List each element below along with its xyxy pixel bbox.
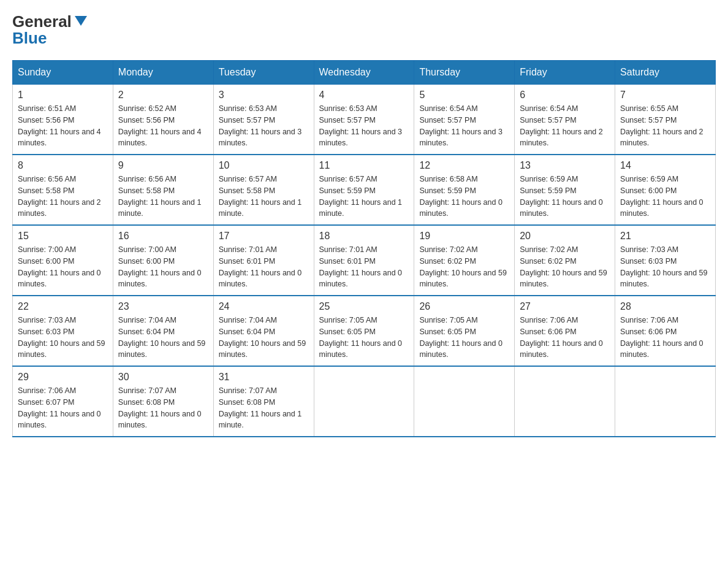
calendar-cell: 13 Sunrise: 6:59 AM Sunset: 5:59 PM Dayl… (515, 155, 615, 225)
calendar-cell: 2 Sunrise: 6:52 AM Sunset: 5:56 PM Dayli… (113, 85, 213, 155)
logo-triangle-icon (72, 12, 89, 29)
calendar-cell: 27 Sunrise: 7:06 AM Sunset: 6:06 PM Dayl… (515, 296, 615, 366)
day-info: Sunrise: 7:07 AM Sunset: 6:08 PM Dayligh… (219, 385, 309, 431)
day-number: 14 (620, 160, 710, 171)
day-info: Sunrise: 7:01 AM Sunset: 6:01 PM Dayligh… (219, 244, 309, 290)
page-header: General Blue (12, 12, 716, 48)
weekday-header-monday: Monday (113, 61, 213, 85)
day-number: 16 (118, 231, 208, 242)
day-info: Sunrise: 7:05 AM Sunset: 6:05 PM Dayligh… (419, 315, 509, 361)
day-number: 1 (18, 90, 108, 101)
day-info: Sunrise: 6:53 AM Sunset: 5:57 PM Dayligh… (219, 103, 309, 149)
calendar-cell: 21 Sunrise: 7:03 AM Sunset: 6:03 PM Dayl… (615, 225, 716, 296)
day-info: Sunrise: 7:01 AM Sunset: 6:01 PM Dayligh… (319, 244, 409, 290)
day-number: 17 (219, 231, 309, 242)
calendar-cell: 14 Sunrise: 6:59 AM Sunset: 6:00 PM Dayl… (615, 155, 716, 225)
calendar-cell: 26 Sunrise: 7:05 AM Sunset: 6:05 PM Dayl… (414, 296, 515, 366)
day-info: Sunrise: 6:59 AM Sunset: 6:00 PM Dayligh… (620, 174, 710, 220)
day-number: 2 (118, 90, 208, 101)
calendar-cell: 12 Sunrise: 6:58 AM Sunset: 5:59 PM Dayl… (414, 155, 515, 225)
calendar-cell: 9 Sunrise: 6:56 AM Sunset: 5:58 PM Dayli… (113, 155, 213, 225)
day-number: 20 (520, 231, 610, 242)
calendar-cell: 4 Sunrise: 6:53 AM Sunset: 5:57 PM Dayli… (314, 85, 414, 155)
day-info: Sunrise: 7:07 AM Sunset: 6:08 PM Dayligh… (118, 385, 208, 431)
weekday-header-row: SundayMondayTuesdayWednesdayThursdayFrid… (13, 61, 716, 85)
day-info: Sunrise: 7:02 AM Sunset: 6:02 PM Dayligh… (520, 244, 610, 290)
day-info: Sunrise: 7:06 AM Sunset: 6:06 PM Dayligh… (620, 315, 710, 361)
calendar-cell: 18 Sunrise: 7:01 AM Sunset: 6:01 PM Dayl… (314, 225, 414, 296)
day-info: Sunrise: 6:56 AM Sunset: 5:58 PM Dayligh… (18, 174, 108, 220)
day-info: Sunrise: 7:05 AM Sunset: 6:05 PM Dayligh… (319, 315, 409, 361)
day-info: Sunrise: 7:03 AM Sunset: 6:03 PM Dayligh… (18, 315, 108, 361)
calendar-cell: 6 Sunrise: 6:54 AM Sunset: 5:57 PM Dayli… (515, 85, 615, 155)
day-info: Sunrise: 6:54 AM Sunset: 5:57 PM Dayligh… (419, 103, 509, 149)
calendar-cell: 30 Sunrise: 7:07 AM Sunset: 6:08 PM Dayl… (113, 366, 213, 437)
day-info: Sunrise: 6:58 AM Sunset: 5:59 PM Dayligh… (419, 174, 509, 220)
svg-marker-0 (75, 16, 87, 26)
day-info: Sunrise: 6:55 AM Sunset: 5:57 PM Dayligh… (620, 103, 710, 149)
calendar-cell: 20 Sunrise: 7:02 AM Sunset: 6:02 PM Dayl… (515, 225, 615, 296)
day-number: 10 (219, 160, 309, 171)
weekday-header-thursday: Thursday (414, 61, 515, 85)
week-row-2: 8 Sunrise: 6:56 AM Sunset: 5:58 PM Dayli… (13, 155, 716, 225)
day-info: Sunrise: 7:04 AM Sunset: 6:04 PM Dayligh… (219, 315, 309, 361)
calendar-cell: 22 Sunrise: 7:03 AM Sunset: 6:03 PM Dayl… (13, 296, 113, 366)
day-info: Sunrise: 7:06 AM Sunset: 6:07 PM Dayligh… (18, 385, 108, 431)
week-row-3: 15 Sunrise: 7:00 AM Sunset: 6:00 PM Dayl… (13, 225, 716, 296)
calendar-cell: 28 Sunrise: 7:06 AM Sunset: 6:06 PM Dayl… (615, 296, 716, 366)
week-row-1: 1 Sunrise: 6:51 AM Sunset: 5:56 PM Dayli… (13, 85, 716, 155)
day-info: Sunrise: 7:06 AM Sunset: 6:06 PM Dayligh… (520, 315, 610, 361)
calendar-cell: 23 Sunrise: 7:04 AM Sunset: 6:04 PM Dayl… (113, 296, 213, 366)
day-number: 25 (319, 301, 409, 312)
day-number: 12 (419, 160, 509, 171)
day-number: 18 (319, 231, 409, 242)
day-number: 5 (419, 90, 509, 101)
calendar-cell (515, 366, 615, 437)
calendar-cell: 17 Sunrise: 7:01 AM Sunset: 6:01 PM Dayl… (213, 225, 314, 296)
day-number: 11 (319, 160, 409, 171)
day-number: 8 (18, 160, 108, 171)
calendar-cell: 15 Sunrise: 7:00 AM Sunset: 6:00 PM Dayl… (13, 225, 113, 296)
calendar-cell: 24 Sunrise: 7:04 AM Sunset: 6:04 PM Dayl… (213, 296, 314, 366)
calendar-cell: 29 Sunrise: 7:06 AM Sunset: 6:07 PM Dayl… (13, 366, 113, 437)
calendar-cell: 19 Sunrise: 7:02 AM Sunset: 6:02 PM Dayl… (414, 225, 515, 296)
day-info: Sunrise: 7:02 AM Sunset: 6:02 PM Dayligh… (419, 244, 509, 290)
day-number: 29 (18, 372, 108, 383)
day-number: 31 (219, 372, 309, 383)
calendar-cell: 7 Sunrise: 6:55 AM Sunset: 5:57 PM Dayli… (615, 85, 716, 155)
calendar-table: SundayMondayTuesdayWednesdayThursdayFrid… (12, 60, 716, 437)
day-number: 23 (118, 301, 208, 312)
logo: General Blue (12, 12, 89, 48)
day-info: Sunrise: 6:57 AM Sunset: 5:58 PM Dayligh… (219, 174, 309, 220)
day-info: Sunrise: 6:54 AM Sunset: 5:57 PM Dayligh… (520, 103, 610, 149)
calendar-cell: 10 Sunrise: 6:57 AM Sunset: 5:58 PM Dayl… (213, 155, 314, 225)
calendar-cell (414, 366, 515, 437)
calendar-cell (314, 366, 414, 437)
day-info: Sunrise: 7:03 AM Sunset: 6:03 PM Dayligh… (620, 244, 710, 290)
weekday-header-wednesday: Wednesday (314, 61, 414, 85)
day-number: 13 (520, 160, 610, 171)
day-info: Sunrise: 6:51 AM Sunset: 5:56 PM Dayligh… (18, 103, 108, 149)
weekday-header-saturday: Saturday (615, 61, 716, 85)
day-number: 30 (118, 372, 208, 383)
calendar-cell: 25 Sunrise: 7:05 AM Sunset: 6:05 PM Dayl… (314, 296, 414, 366)
calendar-cell: 31 Sunrise: 7:07 AM Sunset: 6:08 PM Dayl… (213, 366, 314, 437)
logo-blue-text: Blue (12, 29, 47, 48)
calendar-cell: 1 Sunrise: 6:51 AM Sunset: 5:56 PM Dayli… (13, 85, 113, 155)
day-number: 21 (620, 231, 710, 242)
calendar-cell: 5 Sunrise: 6:54 AM Sunset: 5:57 PM Dayli… (414, 85, 515, 155)
calendar-cell: 11 Sunrise: 6:57 AM Sunset: 5:59 PM Dayl… (314, 155, 414, 225)
day-info: Sunrise: 7:00 AM Sunset: 6:00 PM Dayligh… (18, 244, 108, 290)
day-number: 6 (520, 90, 610, 101)
day-number: 28 (620, 301, 710, 312)
day-number: 7 (620, 90, 710, 101)
day-number: 15 (18, 231, 108, 242)
day-number: 24 (219, 301, 309, 312)
calendar-cell: 3 Sunrise: 6:53 AM Sunset: 5:57 PM Dayli… (213, 85, 314, 155)
day-info: Sunrise: 6:53 AM Sunset: 5:57 PM Dayligh… (319, 103, 409, 149)
day-number: 4 (319, 90, 409, 101)
week-row-4: 22 Sunrise: 7:03 AM Sunset: 6:03 PM Dayl… (13, 296, 716, 366)
day-info: Sunrise: 6:59 AM Sunset: 5:59 PM Dayligh… (520, 174, 610, 220)
weekday-header-sunday: Sunday (13, 61, 113, 85)
calendar-cell: 16 Sunrise: 7:00 AM Sunset: 6:00 PM Dayl… (113, 225, 213, 296)
